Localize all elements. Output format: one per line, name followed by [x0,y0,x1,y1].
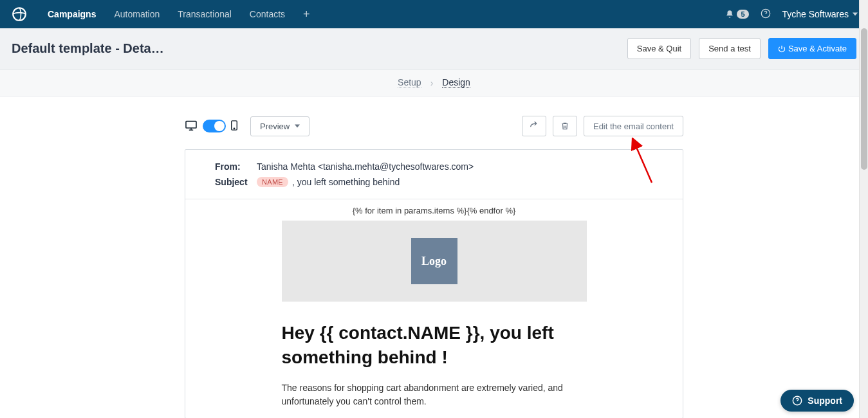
edit-content-button[interactable]: Edit the email content [584,116,683,136]
toolbar-right: Edit the email content [522,116,683,136]
email-body: {% for item in params.items %}{% endfor … [185,199,683,418]
chevron-right-icon: › [430,78,434,88]
from-label: From: [215,161,250,172]
subject-rest: , you left something behind [292,177,400,187]
share-icon [529,121,539,131]
scrollbar-thumb[interactable] [861,28,867,170]
preview-button[interactable]: Preview [250,116,309,136]
email-preview: From: Tanisha Mehta <tanisha.mehta@tyche… [185,149,683,418]
send-test-button[interactable]: Send a test [699,38,761,59]
nav-campaigns[interactable]: Campaigns [39,0,105,28]
main-content: Preview Edit the email content From: Tan… [0,96,868,418]
bell-icon [725,10,734,19]
top-nav: Campaigns Automation Transactional Conta… [0,0,868,28]
help-icon[interactable] [761,8,771,21]
logo-placeholder: Logo [411,238,457,284]
power-icon [778,45,786,53]
caret-down-icon [853,12,858,17]
nav-automation[interactable]: Automation [105,0,169,28]
breadcrumb-design[interactable]: Design [442,77,470,88]
top-nav-right: 5 Tyche Softwares [725,8,858,21]
email-body-scroll[interactable]: {% for item in params.items %}{% endfor … [185,199,683,418]
nav-contacts[interactable]: Contacts [241,0,294,28]
nav-transactional[interactable]: Transactional [169,0,241,28]
mobile-icon[interactable] [231,120,237,132]
svg-point-0 [13,8,26,21]
delete-button[interactable] [553,116,577,136]
notifications[interactable]: 5 [725,10,748,19]
breadcrumb-setup[interactable]: Setup [398,77,421,88]
device-toggle [185,120,237,132]
from-value: Tanisha Mehta <tanisha.mehta@tychesoftwa… [257,161,474,172]
page-header: Default template - Detaile… Save & Quit … [0,28,868,69]
trash-icon [560,121,569,131]
account-name: Tyche Softwares [782,9,849,19]
top-nav-left: Campaigns Automation Transactional Conta… [10,0,319,28]
subject-label: Subject [215,177,250,187]
notifications-badge: 5 [737,10,748,19]
save-quit-button[interactable]: Save & Quit [627,38,691,59]
help-icon [792,395,802,406]
design-toolbar: Preview Edit the email content [185,116,683,136]
svg-point-4 [234,128,234,129]
email-heading: Hey {{ contact.NAME }}, you left somethi… [282,321,587,370]
caret-down-icon [295,124,300,128]
subject-name-chip: NAME [257,177,288,187]
desktop-icon[interactable] [185,120,198,132]
share-button[interactable] [522,116,546,136]
header-actions: Save & Quit Send a test Save & Activate [627,38,856,59]
page-scrollbar[interactable] [859,0,868,418]
email-meta: From: Tanisha Mehta <tanisha.mehta@tyche… [185,150,683,199]
save-activate-button[interactable]: Save & Activate [768,38,856,59]
page-title: Default template - Detaile… [12,41,166,56]
breadcrumb: Setup › Design [0,69,868,96]
device-switch[interactable] [203,120,226,132]
template-loop-code: {% for item in params.items %}{% endfor … [185,199,683,215]
support-button[interactable]: Support [780,390,854,412]
nav-add[interactable]: + [294,8,319,21]
svg-rect-2 [186,121,196,127]
account-menu[interactable]: Tyche Softwares [782,9,858,19]
email-paragraph-1: The reasons for shopping cart abandonmen… [282,381,587,408]
brand-logo[interactable] [10,5,28,23]
logo-block: Logo [282,221,587,302]
